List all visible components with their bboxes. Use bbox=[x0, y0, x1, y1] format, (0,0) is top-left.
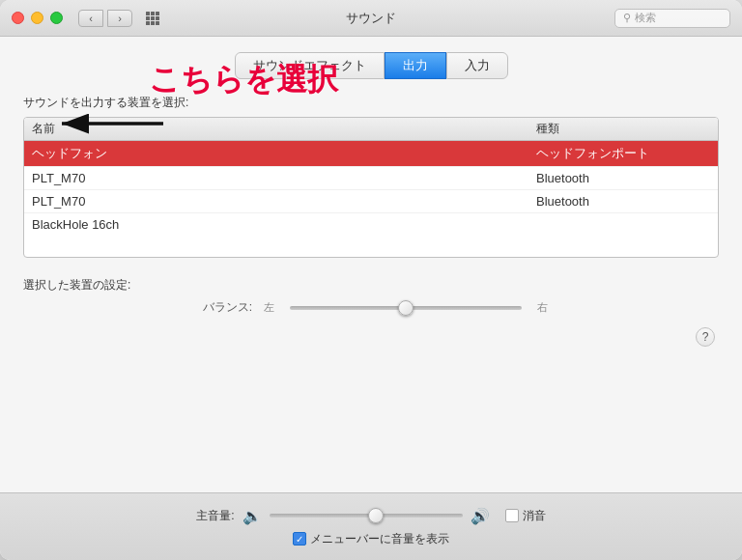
device-type bbox=[536, 217, 710, 232]
help-button[interactable]: ? bbox=[696, 327, 715, 347]
content-area: サウンドエフェクト 出力 入力 サウンドを出力する装置を選択: こちらを選択 bbox=[0, 37, 742, 492]
volume-slider-thumb[interactable] bbox=[368, 508, 384, 523]
device-table-wrapper: こちらを選択 名前 種類 ヘッドフォン ヘッドフォン bbox=[23, 117, 719, 273]
titlebar: ‹ › サウンド ⚲ 検索 bbox=[0, 0, 742, 37]
table-row[interactable]: BlackHole 16ch bbox=[24, 213, 718, 236]
device-type: Bluetooth bbox=[536, 171, 710, 185]
col-name-header: 名前 bbox=[32, 121, 536, 137]
table-body: ヘッドフォン ヘッドフォンポート PLT_M70 Bluetooth PLT_M… bbox=[24, 141, 718, 257]
traffic-lights bbox=[12, 12, 63, 24]
table-row[interactable]: PLT_M70 Bluetooth bbox=[24, 190, 718, 213]
table-row[interactable]: PLT_M70 Bluetooth bbox=[24, 167, 718, 190]
volume-row: 主音量: 🔈 🔊 消音 bbox=[196, 507, 545, 525]
volume-label: 主音量: bbox=[196, 508, 234, 524]
left-tick: 左 bbox=[264, 300, 274, 315]
volume-slider[interactable] bbox=[270, 514, 463, 518]
device-table: 名前 種類 ヘッドフォン ヘッドフォンポート PLT_M70 Bluetooth… bbox=[23, 117, 719, 258]
settings-section: 選択した装置の設定: バランス: 左 右 bbox=[23, 277, 719, 320]
search-icon: ⚲ bbox=[623, 12, 631, 24]
mute-checkbox[interactable] bbox=[505, 509, 519, 522]
device-name: BlackHole 16ch bbox=[32, 217, 536, 232]
settings-label: 選択した装置の設定: bbox=[23, 277, 719, 294]
device-name: ヘッドフォン bbox=[32, 145, 536, 162]
select-device-label: サウンドを出力する装置を選択: bbox=[23, 95, 719, 111]
device-type: ヘッドフォンポート bbox=[536, 145, 710, 162]
tab-output[interactable]: 出力 bbox=[385, 52, 446, 79]
device-type: Bluetooth bbox=[536, 194, 710, 209]
search-box[interactable]: ⚲ 検索 bbox=[614, 9, 730, 28]
device-name: PLT_M70 bbox=[32, 171, 536, 185]
maximize-button[interactable] bbox=[50, 12, 63, 24]
window-title: サウンド bbox=[346, 10, 396, 27]
search-placeholder: 検索 bbox=[635, 11, 656, 25]
nav-buttons: ‹ › bbox=[78, 10, 132, 27]
bottom-bar: 主音量: 🔈 🔊 消音 ✓ メニューバーに音量を表示 bbox=[0, 492, 742, 560]
table-header: 名前 種類 bbox=[24, 118, 718, 141]
grid-button[interactable] bbox=[140, 10, 165, 27]
volume-low-icon: 🔈 bbox=[243, 507, 262, 525]
volume-high-icon: 🔊 bbox=[471, 507, 490, 525]
device-name: PLT_M70 bbox=[32, 194, 536, 209]
table-row[interactable]: ヘッドフォン ヘッドフォンポート bbox=[24, 141, 718, 167]
forward-button[interactable]: › bbox=[107, 10, 132, 27]
tab-sound-effects[interactable]: サウンドエフェクト bbox=[235, 52, 385, 79]
tab-bar: サウンドエフェクト 出力 入力 bbox=[23, 52, 719, 79]
menu-volume-row: ✓ メニューバーに音量を表示 bbox=[293, 531, 449, 547]
help-row: ? bbox=[23, 327, 719, 347]
minimize-button[interactable] bbox=[31, 12, 43, 24]
grid-icon bbox=[146, 12, 159, 25]
balance-row: バランス: 左 右 bbox=[23, 299, 719, 316]
close-button[interactable] bbox=[12, 12, 24, 24]
show-volume-label: メニューバーに音量を表示 bbox=[310, 531, 449, 547]
tab-input[interactable]: 入力 bbox=[446, 52, 508, 79]
col-type-header: 種類 bbox=[536, 121, 710, 137]
balance-slider[interactable] bbox=[290, 306, 522, 310]
right-tick: 右 bbox=[537, 300, 548, 315]
back-button[interactable]: ‹ bbox=[78, 10, 103, 27]
balance-label: バランス: bbox=[194, 299, 252, 316]
main-window: ‹ › サウンド ⚲ 検索 サウンドエフェクト 出力 入力 サウンドを出力する装… bbox=[0, 0, 742, 560]
mute-label: 消音 bbox=[523, 508, 546, 524]
show-volume-checkbox[interactable]: ✓ bbox=[293, 532, 306, 546]
balance-slider-thumb[interactable] bbox=[398, 300, 414, 316]
